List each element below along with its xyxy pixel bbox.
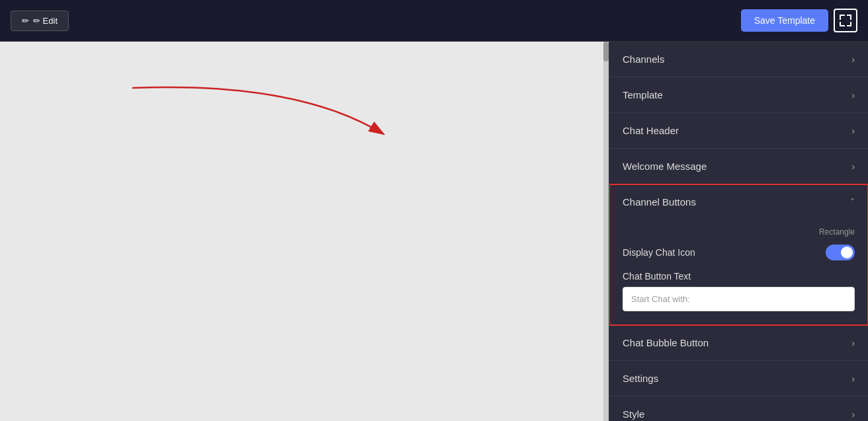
sidebar-section-header-welcome-message[interactable]: Welcome Message › [609,149,868,184]
fullscreen-icon [840,15,851,26]
rectangle-label: Rectangle [623,227,855,237]
canvas-area [0,42,609,421]
fullscreen-button[interactable] [834,9,857,32]
chat-button-text-label: Chat Button Text [623,271,855,282]
sidebar-section-label-chat-bubble-button: Chat Bubble Button [623,337,709,348]
sidebar-section-label-channel-buttons: Channel Buttons [623,196,696,208]
edit-label: ✏ Edit [33,16,58,26]
sidebar-section-style: Style › [609,397,868,421]
topbar-left: ✏ ✏ Edit [11,11,69,31]
sidebar-section-label-welcome-message: Welcome Message [623,161,707,172]
display-chat-icon-row: Display Chat Icon [623,245,855,260]
sidebar-section-label-chat-header: Chat Header [623,125,679,136]
sidebar-section-header-chat-bubble-button[interactable]: Chat Bubble Button › [609,325,868,360]
channel-buttons-content: Rectangle Display Chat Icon Chat Button … [609,219,868,325]
sidebar-section-header-channels[interactable]: Channels › [609,42,868,77]
sidebar-section-label-channels: Channels [623,54,664,65]
sidebar-section-settings: Settings › [609,361,868,397]
sidebar-section-header-chat-header[interactable]: Chat Header › [609,113,868,148]
sidebar-section-header-style[interactable]: Style › [609,397,868,421]
save-template-button[interactable]: Save Template [741,9,828,32]
chevron-right-icon-channels: › [851,54,855,65]
sidebar-section-header-template[interactable]: Template › [609,77,868,112]
sidebar-section-welcome-message: Welcome Message › [609,149,868,184]
chevron-right-icon-style: › [851,409,855,420]
chevron-right-icon-settings: › [851,373,855,384]
canvas-scrollbar[interactable] [603,42,609,421]
sidebar-section-label-style: Style [623,408,644,420]
topbar: ✏ ✏ Edit Save Template [0,0,868,42]
sidebar-section-template: Template › [609,77,868,113]
chevron-right-icon-template: › [851,90,855,100]
sidebar: Channels › Template › Chat Header › Welc… [609,42,868,421]
sidebar-section-label-template: Template [623,89,663,100]
sidebar-section-chat-header: Chat Header › [609,113,868,149]
chevron-right-icon-chat-bubble-button: › [851,338,855,348]
chat-button-text-input[interactable] [623,287,855,311]
sidebar-section-header-channel-buttons[interactable]: Channel Buttons ˅ [609,184,868,219]
canvas-scrollbar-thumb [603,42,609,61]
chevron-down-icon-channel-buttons: ˅ [850,197,855,208]
topbar-right: Save Template [741,9,857,32]
sidebar-section-header-settings[interactable]: Settings › [609,361,868,396]
edit-button[interactable]: ✏ ✏ Edit [11,11,69,31]
chevron-right-icon-chat-header: › [851,126,855,136]
edit-icon: ✏ [22,16,29,26]
chat-button-text-field: Chat Button Text [623,271,855,311]
main-content: Channels › Template › Chat Header › Welc… [0,42,868,421]
sidebar-section-channel-buttons: Channel Buttons ˅ Rectangle Display Chat… [609,184,868,325]
sidebar-section-channels: Channels › [609,42,868,77]
display-chat-icon-label: Display Chat Icon [623,247,695,258]
chevron-right-icon-welcome-message: › [851,161,855,172]
sidebar-section-chat-bubble-button: Chat Bubble Button › [609,325,868,361]
annotation-arrow [66,75,397,194]
sidebar-section-label-settings: Settings [623,373,658,384]
display-chat-icon-toggle[interactable] [826,245,855,260]
